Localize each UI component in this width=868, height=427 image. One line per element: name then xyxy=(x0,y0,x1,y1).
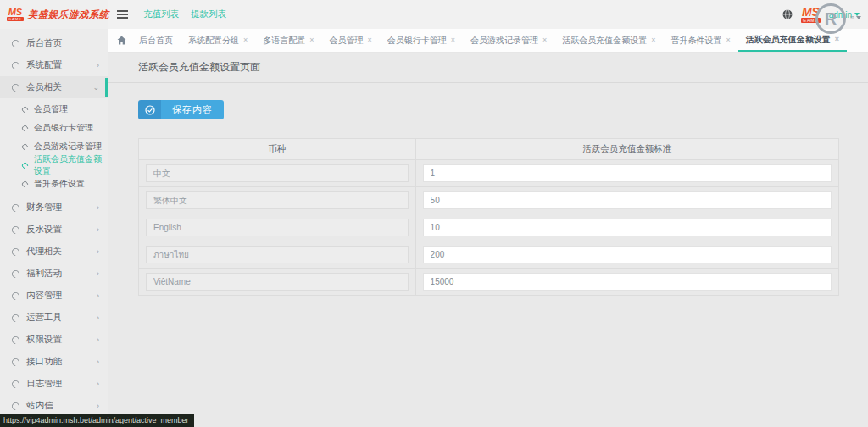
circle-icon xyxy=(10,313,21,324)
tab[interactable]: 活跃会员充值金额设置 × xyxy=(554,29,663,52)
hamburger-menu-icon[interactable] xyxy=(117,10,128,19)
circle-icon xyxy=(10,82,21,93)
column-header-amount: 活跃会员充值金额标准 xyxy=(415,139,838,160)
topbar-link-withdraw-list[interactable]: 提款列表 xyxy=(191,8,226,20)
tab[interactable]: 会员管理 × xyxy=(322,29,380,52)
tab[interactable]: 多语言配置 × xyxy=(255,29,321,52)
amount-input[interactable] xyxy=(423,164,832,182)
chevron-right-icon: › xyxy=(97,247,99,256)
amount-input[interactable] xyxy=(423,246,832,263)
sidebar-item[interactable]: 福利活动 › xyxy=(0,263,108,285)
tab-label: 活跃会员充值金额设置 xyxy=(562,35,647,47)
tab[interactable]: 会员银行卡管理 × xyxy=(380,29,463,52)
close-icon[interactable]: × xyxy=(243,36,248,44)
tab-label: 活跃会员充值金额设置 xyxy=(746,34,831,46)
sidebar-item[interactable]: 运营工具 › xyxy=(0,307,108,329)
currency-field xyxy=(146,246,409,263)
tabbar-options-menu[interactable]: ≡ xyxy=(850,14,861,22)
sidebar-item[interactable]: 系统配置 › xyxy=(0,54,108,76)
close-icon[interactable]: × xyxy=(309,36,314,44)
amount-input[interactable] xyxy=(423,191,832,209)
close-icon[interactable]: × xyxy=(451,36,455,44)
tab-bar: 后台首页 系统配置分组 × 多语言配置 × 会员管理 × 会员银行卡管理 × 会… xyxy=(108,29,868,53)
tab-label: 会员游戏记录管理 xyxy=(470,35,538,47)
tab-label: 后台首页 xyxy=(139,35,173,47)
circle-icon xyxy=(10,269,21,280)
sidebar-subitem-label: 晋升条件设置 xyxy=(34,178,85,190)
circle-icon xyxy=(21,180,30,188)
sidebar-subitem[interactable]: 会员银行卡管理 xyxy=(0,119,108,137)
sidebar-item-label: 代理相关 xyxy=(26,246,62,258)
sidebar-item[interactable]: 后台首页 xyxy=(0,32,108,54)
circle-icon xyxy=(10,38,21,49)
ms-logo-band: GAME xyxy=(7,17,24,21)
sidebar-item[interactable]: 反水设置 › xyxy=(0,219,108,241)
sidebar-item-label: 福利活动 xyxy=(26,268,62,280)
sidebar-subitem[interactable]: 会员管理 xyxy=(0,100,108,119)
close-icon[interactable]: × xyxy=(835,36,839,43)
circle-icon xyxy=(10,60,21,71)
chevron-right-icon: › xyxy=(97,291,99,300)
sidebar-nav: 后台首页 系统配置 › 会员相关 ⌄ 会员管理 会员银行卡管理 会员游戏记录管理… xyxy=(0,29,108,427)
page-title: 活跃会员充值金额设置页面 xyxy=(138,60,260,75)
currency-settings-table: 币种 活跃会员充值金额标准 xyxy=(138,138,839,296)
tab-label: 会员银行卡管理 xyxy=(387,35,447,47)
chevron-right-icon: › xyxy=(97,336,99,344)
circle-icon xyxy=(21,161,30,169)
toolbar: 保存内容 xyxy=(108,83,868,119)
circle-icon xyxy=(21,124,30,132)
amount-input[interactable] xyxy=(423,219,832,236)
ms-logo-text: MS xyxy=(8,8,23,17)
tab-label: 晋升条件设置 xyxy=(671,35,722,47)
sidebar-item-label: 会员相关 xyxy=(26,81,62,93)
circle-icon xyxy=(10,202,21,214)
home-icon[interactable] xyxy=(117,36,126,45)
sidebar-subitem-label: 会员游戏记录管理 xyxy=(34,141,102,152)
tab[interactable]: 晋升条件设置 × xyxy=(664,29,738,52)
sidebar-subitem-label: 会员银行卡管理 xyxy=(34,122,93,134)
sidebar-item-label: 反水设置 xyxy=(26,224,62,236)
topbar-link-deposit-list[interactable]: 充值列表 xyxy=(143,8,179,20)
currency-field xyxy=(146,191,409,209)
circle-icon xyxy=(10,247,21,258)
tab[interactable]: 会员游戏记录管理 × xyxy=(463,29,554,52)
circle-icon xyxy=(10,379,21,390)
sidebar-item[interactable]: 会员相关 ⌄ xyxy=(0,76,108,98)
currency-field xyxy=(146,219,409,236)
sidebar-subitem-label: 会员管理 xyxy=(34,103,68,115)
sidebar-item[interactable]: 内容管理 › xyxy=(0,285,108,307)
sidebar-item[interactable]: 代理相关 › xyxy=(0,241,108,263)
save-button[interactable]: 保存内容 xyxy=(138,100,224,119)
table-row xyxy=(139,241,839,269)
sidebar-subitem[interactable]: 晋升条件设置 xyxy=(0,175,108,193)
top-bar: MS GAME 美盛娱乐游戏系统 充值列表 提款列表 MS GAME admin xyxy=(0,0,868,29)
check-circle-icon xyxy=(138,100,161,119)
tab[interactable]: 后台首页 xyxy=(131,29,181,52)
table-row xyxy=(139,269,839,296)
globe-icon[interactable] xyxy=(782,9,793,19)
circle-icon xyxy=(10,225,21,236)
close-icon[interactable]: × xyxy=(368,36,372,44)
chevron-right-icon: › xyxy=(97,61,99,69)
sidebar-item[interactable]: 权限设置 › xyxy=(0,329,108,351)
app-logo: MS GAME 美盛娱乐游戏系统 xyxy=(0,0,108,29)
close-icon[interactable]: × xyxy=(726,36,731,44)
chevron-right-icon: › xyxy=(97,402,99,410)
tab[interactable]: 系统配置分组 × xyxy=(181,29,255,52)
amount-input[interactable] xyxy=(423,273,832,291)
sidebar-item[interactable]: 接口功能 › xyxy=(0,351,108,373)
main-content: 活跃会员充值金额设置页面 保存内容 币种 活跃会员充值金额标准 xyxy=(108,53,868,427)
circle-icon xyxy=(21,105,30,114)
close-icon[interactable]: × xyxy=(542,36,547,44)
table-row xyxy=(139,187,839,214)
tab-label: 系统配置分组 xyxy=(188,35,239,47)
chevron-right-icon: › xyxy=(97,313,99,322)
sidebar-subitem[interactable]: 活跃会员充值金额设置 xyxy=(0,156,108,175)
chevron-right-icon: ⌄ xyxy=(92,83,99,92)
sidebar-item-label: 后台首页 xyxy=(26,37,62,49)
chevron-right-icon: › xyxy=(97,358,99,366)
sidebar-item[interactable]: 财务管理 › xyxy=(0,197,108,219)
sidebar-item[interactable]: 日志管理 › xyxy=(0,373,108,395)
close-icon[interactable]: × xyxy=(651,36,655,44)
ms-logo-icon: MS GAME xyxy=(7,8,24,21)
